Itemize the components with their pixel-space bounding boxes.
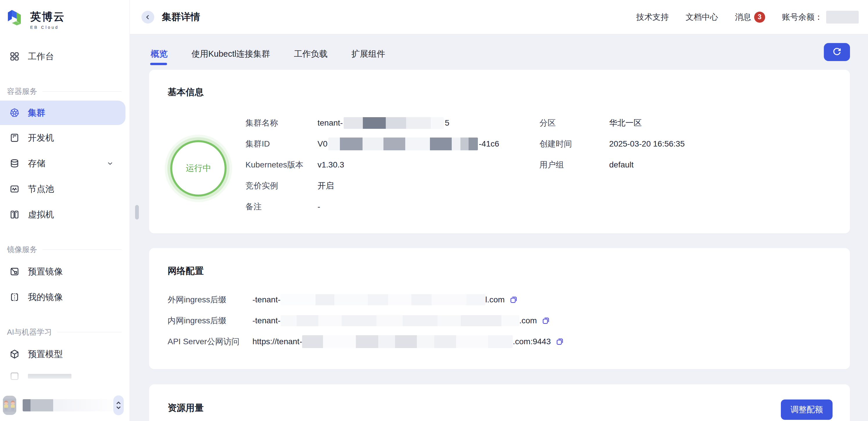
section-divider [57, 332, 121, 332]
sidebar-item-nodepool[interactable]: 节点池 [0, 176, 130, 202]
sidebar-item-label: 开发机 [28, 132, 54, 144]
message-count-badge: 3 [754, 11, 765, 23]
sidebar-section-image-services: 镜像服务 [0, 243, 130, 256]
sidebar-item-devmachine[interactable]: 开发机 [0, 125, 130, 150]
external-ingress-redacted [281, 294, 486, 305]
grid-icon [9, 51, 20, 62]
copy-icon[interactable] [555, 337, 564, 346]
sidebar-section-ai-ml: AI与机器学习 [0, 326, 130, 338]
refresh-button[interactable] [824, 43, 850, 61]
cube-icon [9, 349, 20, 359]
username-redacted [23, 399, 113, 412]
basic-info-left-fields: 集群名称 tenant- 5 集群ID V0 -41c6 [245, 113, 539, 222]
support-link[interactable]: 技术支持 [636, 11, 669, 23]
cluster-name-redacted [344, 117, 444, 129]
tab-workloads[interactable]: 工作负载 [293, 44, 328, 70]
field-user-group: 用户组 default [539, 159, 685, 171]
sidebar-item-workbench[interactable]: 工作台 [0, 44, 130, 69]
account-switcher[interactable] [113, 395, 124, 415]
field-k8s-version: Kubernetes版本 v1.30.3 [245, 159, 539, 171]
tab-kubectl[interactable]: 使用Kubectl连接集群 [191, 44, 271, 70]
sidebar-item-label: 预置模型 [28, 348, 63, 360]
sidebar-item-label: 存储 [28, 158, 45, 169]
adjust-quota-button[interactable]: 调整配额 [781, 399, 833, 420]
back-button[interactable] [142, 11, 154, 24]
kubernetes-wheel-icon [9, 108, 20, 118]
resource-usage-title: 资源用量 [167, 402, 204, 414]
network-config-title: 网络配置 [167, 265, 831, 277]
sidebar-item-vm[interactable]: 虚拟机 [0, 202, 130, 227]
avatar[interactable] [3, 396, 16, 415]
sidebar-section-container-services: 容器服务 [0, 85, 130, 98]
topbar: 集群详情 技术支持 文档中心 消息 3 账号余额： [130, 0, 868, 34]
notebook-icon [9, 133, 20, 143]
tab-overview[interactable]: 概览 [150, 44, 168, 70]
sidebar-item-storage[interactable]: 存储 [0, 150, 130, 176]
scrollbar-thumb[interactable] [135, 205, 139, 220]
network-config-card: 网络配置 外网ingress后缀 -tenant- l.com [149, 248, 850, 369]
api-server-redacted [302, 335, 513, 348]
sidebar-item-label: 我的镜像 [28, 291, 63, 303]
copy-icon[interactable] [541, 316, 550, 325]
field-cluster-name: 集群名称 tenant- 5 [245, 117, 539, 129]
field-cluster-id: 集群ID V0 -41c6 [245, 138, 539, 150]
docs-link[interactable]: 文档中心 [686, 11, 718, 23]
sidebar: 英博云 EB Cloud 工作台 容器服务 [0, 0, 130, 421]
section-title: AI与机器学习 [7, 327, 52, 337]
sidebar-item-my-images[interactable]: 我的镜像 [0, 284, 130, 310]
basic-info-card: 基本信息 运行中 集群名称 tenant- 5 [149, 70, 850, 233]
field-spot-instance: 竞价实例 开启 [245, 180, 539, 192]
messages-link[interactable]: 消息 3 [735, 11, 765, 23]
brand-logo-icon [7, 7, 25, 31]
user-box [3, 394, 124, 417]
section-title: 容器服务 [7, 86, 37, 96]
sidebar-item-preset-images[interactable]: 预置镜像 [0, 259, 130, 284]
split-book-icon [9, 292, 20, 302]
sidebar-item-label: 节点池 [28, 183, 54, 195]
page-title: 集群详情 [162, 10, 200, 24]
messages-label: 消息 [735, 11, 751, 23]
tab-bar: 概览 使用Kubectl连接集群 工作负载 扩展组件 [130, 34, 868, 70]
row-api-server: API Server公网访问 https://tenant- .com:9443 [167, 335, 831, 348]
clipped-label [28, 374, 71, 378]
field-remark: 备注 - [245, 201, 539, 213]
server-columns-icon [9, 209, 20, 220]
chevron-left-icon [144, 14, 151, 21]
section-divider [42, 249, 121, 250]
sidebar-item-label: 预置镜像 [28, 266, 63, 278]
sidebar-item-label: 虚拟机 [28, 209, 54, 221]
section-title: 镜像服务 [7, 245, 37, 255]
internal-ingress-redacted [281, 315, 519, 326]
field-created: 创建时间 2025-03-20 16:56:35 [539, 138, 685, 150]
copy-icon[interactable] [509, 296, 518, 304]
database-icon [9, 158, 20, 169]
account-balance: 账号余额： [782, 11, 859, 24]
sidebar-item-preset-models[interactable]: 预置模型 [0, 341, 130, 367]
row-internal-ingress: 内网ingress后缀 -tenant- .com [167, 314, 831, 327]
main-area: 集群详情 技术支持 文档中心 消息 3 账号余额： 概览 使用Kubectl连接… [130, 0, 868, 421]
basic-info-right-fields: 分区 华北一区 创建时间 2025-03-20 16:56:35 用户组 def… [539, 113, 685, 222]
refresh-icon [832, 47, 842, 57]
sidebar-item-cluster[interactable]: 集群 [0, 101, 125, 125]
chevron-down-icon [106, 160, 114, 167]
cluster-status-circle: 运行中 [170, 140, 226, 197]
tab-addons[interactable]: 扩展组件 [351, 44, 386, 70]
cluster-status-text: 运行中 [186, 163, 211, 174]
sidebar-item-label: 工作台 [28, 51, 54, 62]
resource-usage-card: 资源用量 调整配额 [149, 384, 850, 421]
brand-tagline: EB Cloud [30, 25, 65, 30]
row-external-ingress: 外网ingress后缀 -tenant- l.com [167, 293, 831, 306]
sidebar-nav: 工作台 容器服务 集群 开发机 [0, 44, 130, 386]
image-export-icon [9, 266, 20, 277]
balance-label: 账号余额： [782, 11, 823, 23]
chevrons-up-down-icon [114, 400, 123, 410]
sidebar-item-label: 集群 [28, 107, 45, 119]
topbar-links: 技术支持 文档中心 消息 3 账号余额： [636, 11, 859, 24]
balance-value-redacted [826, 11, 859, 24]
clipped-icon [9, 371, 20, 382]
basic-info-title: 基本信息 [167, 86, 831, 98]
sidebar-item-clipped[interactable] [0, 367, 130, 386]
field-zone: 分区 华北一区 [539, 117, 685, 129]
content: 基本信息 运行中 集群名称 tenant- 5 [130, 70, 868, 421]
brand-logo[interactable]: 英博云 EB Cloud [0, 0, 130, 31]
